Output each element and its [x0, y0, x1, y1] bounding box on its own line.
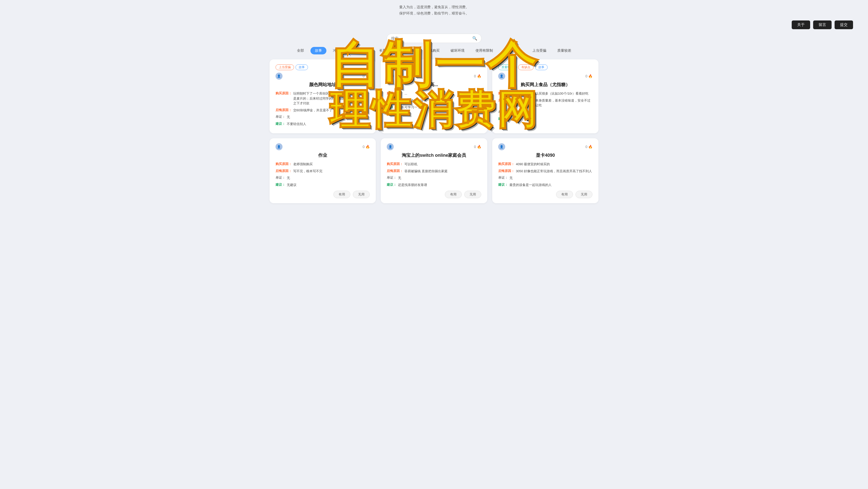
card-1-buy: 购买原因： 玩明朝时下了一个库街区，里面有个qq群号，加了，是麦片的；后来经过同… — [276, 91, 370, 106]
card-4-buy: 购买原因： 老师强制购买 — [276, 162, 370, 167]
tab-scam[interactable]: 需求不明确 — [499, 47, 526, 54]
tab-impulse[interactable]: 冲动消费 — [329, 47, 351, 54]
tab-limited[interactable]: 使用有限制 — [471, 47, 497, 54]
regret-label-5: 后悔原因： — [387, 169, 403, 173]
card-4-title: 作业 — [276, 152, 370, 158]
cert-value-6: 无 — [509, 175, 513, 180]
useful-btn-4[interactable]: 有用 — [333, 191, 350, 198]
tab-tax[interactable]: 智商税 — [400, 47, 419, 54]
search-input[interactable] — [391, 36, 472, 40]
card-6-advice: 建议： 最贵的设备是一起玩游戏的人 — [498, 182, 593, 188]
cards-grid: 上当受骗 故事 👤 0 🔥 颜色网站地址 购买原因： 玩明朝时下了一个库街区，里… — [259, 59, 609, 213]
cert-label-4: 单证： — [276, 175, 285, 180]
card-3-advice: 建议： 无建议 — [498, 117, 593, 121]
cert-label: 单证： — [276, 115, 285, 119]
regret-label: 后悔原因： — [276, 108, 292, 112]
buy-value-4: 老师强制购买 — [293, 162, 313, 167]
buy-value: 玩明朝时下了一个库街区，里面有个qq群号，加了，是麦片的；后来经过同学的传图做的… — [293, 91, 370, 106]
card-2-header: 👤 0 🔥 — [387, 73, 481, 80]
guestbook-button[interactable]: 留言 — [813, 21, 832, 29]
card-1-advice: 建议： 不要轻信别人 — [276, 121, 370, 126]
fire-count-1: 0 🔥 — [363, 74, 370, 78]
fire-icon-5: 🔥 — [477, 145, 481, 149]
avatar-2: 👤 — [387, 73, 394, 80]
avatar-5: 👤 — [387, 143, 394, 150]
cert-label-5: 单证： — [387, 175, 397, 180]
tab-idle[interactable]: 长期闲置 — [375, 47, 398, 54]
buy-label-6: 购买原因： — [498, 162, 515, 166]
card-2-advice: 建议： 家长可学习一下恢复默认系 — [387, 105, 481, 110]
tab-defect[interactable]: 有缺点 — [353, 47, 373, 54]
card-1-cert: 单证： 无 — [276, 115, 370, 120]
card-5-cert: 单证： 无 — [387, 175, 481, 180]
useful-btn-6[interactable]: 有用 — [556, 191, 573, 198]
tab-quality[interactable]: 质量较差 — [553, 47, 576, 54]
advice-value-6: 最贵的设备是一起玩游戏的人 — [509, 182, 552, 188]
about-button[interactable]: 关于 — [792, 21, 810, 29]
advice-label-3: 建议： — [498, 117, 508, 121]
advice-value-4: 无建议 — [287, 182, 297, 188]
tagline: 量入为出，适度消费，避免盲从，理性消费。 保护环境，绿色消费，勤俭节约，艰苦奋斗… — [0, 0, 868, 19]
filter-tabs: 全部 故事 冲动消费 有缺点 长期闲置 智商税 跟风购买 破坏环境 使用有限制 … — [0, 47, 868, 54]
card-3-title: 购买网上食品（尤指糖） — [498, 82, 593, 88]
card-3-tags: 质量较差 有缺点 故事 — [498, 64, 593, 70]
tag-story-2: 故事 — [387, 64, 399, 70]
regret-value-5: 容易被骗钱 直接把你踢出家庭 — [404, 169, 447, 174]
card-6-regret: 后悔原因： 3050 好像也能正常玩游戏，而且画质开高了找不到人 — [498, 169, 593, 174]
card-4-header: 👤 0 🔥 — [276, 143, 370, 150]
useless-btn-5[interactable]: 无用 — [464, 191, 481, 198]
buy-value-6: 4090 最便宜的时候买的 — [516, 162, 550, 167]
card-5-title: 淘宝上的switch online家庭会员 — [387, 152, 481, 158]
search-area: 🔍 — [0, 34, 868, 43]
nav-bar: 关于 留言 提交 — [0, 19, 868, 31]
tab-follow[interactable]: 跟风购买 — [421, 47, 444, 54]
card-2-title: 高... — [387, 82, 481, 88]
card-4: 👤 0 🔥 作业 购买原因： 老师强制购买 后悔原因： 写不完，根本写不完 单证… — [270, 138, 376, 203]
fire-icon-6: 🔥 — [588, 145, 592, 149]
advice-value-2: 家长可学习一下恢复默认系 — [398, 105, 437, 110]
submit-button[interactable]: 提交 — [835, 21, 853, 29]
card-5-header: 👤 0 🔥 — [387, 143, 481, 150]
tab-all[interactable]: 全部 — [292, 47, 308, 54]
avatar-3: 👤 — [498, 73, 505, 80]
card-1-regret: 后悔原因： 交60块钱押金，并且退不了 — [276, 108, 370, 113]
advice-label-4: 建议： — [276, 182, 285, 187]
card-3-cert: 单证： 无 — [498, 110, 593, 115]
tag-story-3: 故事 — [535, 64, 548, 70]
fire-count-3: 0 🔥 — [586, 74, 593, 78]
card-2: 故事 👤 0 🔥 高... 购买原因： ... 后悔原因： ...的效果也没有 … — [381, 59, 487, 133]
card-6-footer: 有用 无用 — [498, 191, 593, 198]
tag-quality: 质量较差 — [498, 64, 517, 70]
regret-value-3: 后来发现东西本身质量差，基本没啥味道，安全不过关，家里人不让吃 — [516, 98, 593, 108]
card-1: 上当受骗 故事 👤 0 🔥 颜色网站地址 购买原因： 玩明朝时下了一个库街区，里… — [270, 59, 376, 133]
card-1-header: 👤 0 🔥 — [276, 73, 370, 80]
avatar-1: 👤 — [276, 73, 282, 80]
fire-count-5: 0 🔥 — [474, 145, 481, 149]
card-5-buy: 购买原因： 可以联机 — [387, 162, 481, 167]
card-2-buy: 购买原因： ... — [387, 91, 481, 96]
useful-btn-5[interactable]: 有用 — [445, 191, 462, 198]
tab-tricked[interactable]: 上当受骗 — [528, 47, 551, 54]
tab-env[interactable]: 破坏环境 — [446, 47, 469, 54]
card-1-tags: 上当受骗 故事 — [276, 64, 370, 70]
buy-value-2: ... — [404, 91, 407, 96]
card-2-tags: 故事 — [387, 64, 481, 70]
card-6-header: 👤 0 🔥 — [498, 143, 593, 150]
card-1-title: 颜色网站地址 — [276, 82, 370, 88]
regret-label-4: 后悔原因： — [276, 169, 292, 173]
card-4-advice: 建议： 无建议 — [276, 182, 370, 188]
tab-story[interactable]: 故事 — [310, 47, 327, 54]
advice-value: 不要轻信别人 — [287, 121, 306, 126]
card-5: 👤 0 🔥 淘宝上的switch online家庭会员 购买原因： 可以联机 后… — [381, 138, 487, 203]
cert-label-6: 单证： — [498, 175, 508, 180]
buy-label-5: 购买原因： — [387, 162, 403, 166]
useless-btn-4[interactable]: 无用 — [353, 191, 370, 198]
advice-label-6: 建议： — [498, 182, 508, 187]
card-6: 👤 0 🔥 显卡4090 购买原因： 4090 最便宜的时候买的 后悔原因： 3… — [492, 138, 599, 203]
buy-value-3: 用很少的钱可以买很多（比如100个/10r）看着好吃 — [516, 91, 588, 96]
card-3-regret: 后悔原因： 后来发现东西本身质量差，基本没啥味道，安全不过关，家里人不让吃 — [498, 98, 593, 108]
buy-label-2: 购买原因： — [387, 91, 403, 95]
card-4-regret: 后悔原因： 写不完，根本写不完 — [276, 169, 370, 174]
regret-value-4: 写不完，根本写不完 — [293, 169, 322, 174]
useless-btn-6[interactable]: 无用 — [576, 191, 592, 198]
